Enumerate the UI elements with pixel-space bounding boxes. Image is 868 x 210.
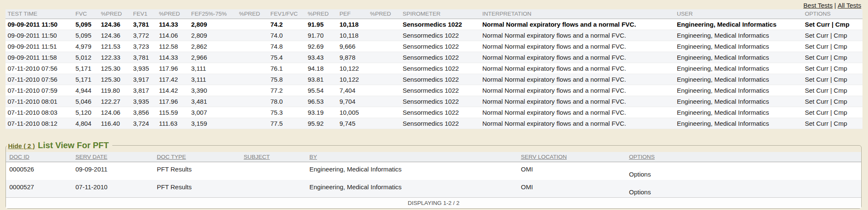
cell-interpretation: Normal Normal expiratory flows and a nor… bbox=[480, 85, 675, 96]
cmp-link[interactable]: Cmp bbox=[834, 120, 847, 127]
cmp-link[interactable]: Cmp bbox=[834, 65, 847, 72]
cell-spirometer: Sensormedics 1022 bbox=[401, 41, 480, 52]
set-curr-link[interactable]: Set Curr bbox=[805, 65, 829, 72]
cell-pred-fev1-fvc: 93.81 bbox=[306, 74, 337, 85]
cell-pred-pef bbox=[368, 52, 401, 63]
top-links-bar: Best Tests|All Tests bbox=[0, 0, 868, 8]
cell-fev1-fvc: 76.1 bbox=[268, 63, 306, 74]
pft-test-row: 07-11-2010 08:03 5,120 124.06 3,856 115.… bbox=[6, 107, 862, 118]
cell-test-time: 09-09-2011 11:51 bbox=[6, 41, 73, 52]
cell-options: Set Curr | Cmp bbox=[803, 30, 862, 41]
cell-interpretation: Normal Normal expiratory flows and a nor… bbox=[480, 52, 675, 63]
cell-user: Engineering, Medical Informatics bbox=[675, 85, 803, 96]
cell-user: Engineering, Medical Informatics bbox=[675, 74, 803, 85]
cell-pred-fev1: 112.58 bbox=[157, 41, 189, 52]
subject-sort-link[interactable]: SUBJECT bbox=[244, 154, 270, 160]
cell-fef25-75: 3,390 bbox=[189, 85, 237, 96]
all-tests-link[interactable]: All Tests bbox=[837, 2, 861, 9]
set-curr-link[interactable]: Set Curr bbox=[805, 87, 829, 94]
cell-fvc: 5,171 bbox=[73, 63, 99, 74]
cell-doc-id: 0000527 bbox=[6, 180, 72, 198]
cell-fev1-fvc: 74.0 bbox=[268, 30, 306, 41]
serv-location-sort-link[interactable]: SERV LOCATION bbox=[521, 154, 567, 160]
cmp-link[interactable]: Cmp bbox=[834, 109, 847, 116]
col-header-interpretation: INTERPRETATION bbox=[480, 9, 675, 19]
cell-pef: 9,745 bbox=[337, 118, 368, 129]
cell-fev1: 3,781 bbox=[131, 19, 157, 30]
doc-id-sort-link[interactable]: DOC ID bbox=[9, 154, 29, 160]
cell-pred-fev1: 117.96 bbox=[157, 63, 189, 74]
col-header-fef25-75: FEF25%-75% bbox=[189, 9, 237, 19]
cell-user: Engineering, Medical Informatics bbox=[675, 118, 803, 129]
set-curr-link[interactable]: Set Curr bbox=[805, 120, 829, 127]
cell-pred-fef bbox=[237, 107, 268, 118]
cell-fev1-fvc: 74.8 bbox=[268, 41, 306, 52]
set-curr-link[interactable]: Set Curr bbox=[805, 98, 829, 105]
cell-pef: 10,122 bbox=[337, 74, 368, 85]
set-curr-link[interactable]: Set Curr bbox=[805, 76, 829, 83]
cell-pred-pef bbox=[368, 96, 401, 107]
options-link[interactable]: Options bbox=[629, 171, 651, 178]
cell-by: Engineering, Medical Informatics bbox=[306, 162, 517, 180]
cell-fef25-75: 3,111 bbox=[189, 74, 237, 85]
cell-user: Engineering, Medical Informatics bbox=[675, 96, 803, 107]
hide-toggle-link[interactable]: Hide ( 2 ) bbox=[8, 142, 35, 149]
cell-pred-fvc: 121.53 bbox=[99, 41, 131, 52]
cell-pred-fev1: 115.59 bbox=[157, 107, 189, 118]
col-header-serv-location: SERV LOCATION bbox=[517, 152, 626, 162]
options-separator: | bbox=[830, 32, 832, 39]
document-list-table: DOC ID SERV DATE DOC TYPE SUBJECT BY SER… bbox=[6, 152, 861, 208]
col-header-test-time: TEST TIME bbox=[6, 9, 73, 19]
cell-pred-fef bbox=[237, 74, 268, 85]
cell-test-time: 09-09-2011 11:50 bbox=[6, 19, 73, 30]
by-sort-link[interactable]: BY bbox=[309, 154, 317, 160]
cmp-link[interactable]: Cmp bbox=[834, 43, 847, 50]
set-curr-link[interactable]: Set Curr bbox=[805, 32, 829, 39]
doc-type-sort-link[interactable]: DOC TYPE bbox=[157, 154, 186, 160]
cmp-link[interactable]: Cmp bbox=[834, 32, 847, 39]
best-tests-link[interactable]: Best Tests bbox=[804, 2, 833, 9]
set-curr-link[interactable]: Set Curr bbox=[805, 54, 829, 61]
options-separator: | bbox=[830, 65, 832, 72]
cell-interpretation: Normal Normal expiratory flows and a nor… bbox=[480, 74, 675, 85]
set-curr-link[interactable]: Set Curr bbox=[805, 21, 830, 28]
cell-serv-location: OMI bbox=[517, 180, 626, 198]
cell-pred-fev1-fvc: 94.18 bbox=[306, 63, 337, 74]
cell-test-time: 09-09-2011 11:50 bbox=[6, 30, 73, 41]
col-header-subject: SUBJECT bbox=[240, 152, 306, 162]
set-curr-link[interactable]: Set Curr bbox=[805, 43, 829, 50]
col-header-doc-options: OPTIONS bbox=[626, 152, 861, 162]
doc-options-sort-link[interactable]: OPTIONS bbox=[629, 154, 655, 160]
pft-test-row: 09-09-2011 11:58 5,012 122.33 3,781 114.… bbox=[6, 52, 862, 63]
options-separator: | bbox=[830, 87, 832, 94]
cell-pred-fef bbox=[237, 85, 268, 96]
cell-options: Set Curr | Cmp bbox=[803, 96, 862, 107]
cell-pred-pef bbox=[368, 107, 401, 118]
cell-test-time: 07-11-2010 07:56 bbox=[6, 74, 73, 85]
cell-pred-pef bbox=[368, 118, 401, 129]
col-header-options: OPTIONS bbox=[803, 9, 862, 19]
cmp-link[interactable]: Cmp bbox=[835, 21, 849, 28]
cell-subject bbox=[240, 180, 306, 198]
cmp-link[interactable]: Cmp bbox=[834, 54, 847, 61]
document-row: 0000527 07-11-2010 PFT Results Engineeri… bbox=[6, 180, 861, 198]
col-header-pred-fef: %PRED bbox=[237, 9, 268, 19]
cell-pred-fef bbox=[237, 52, 268, 63]
cell-doc-options: Options bbox=[626, 162, 861, 180]
cell-pred-fef bbox=[237, 41, 268, 52]
cell-options: Set Curr | Cmp bbox=[803, 74, 862, 85]
serv-date-sort-link[interactable]: SERV DATE bbox=[75, 154, 107, 160]
cell-pred-fef bbox=[237, 96, 268, 107]
cmp-link[interactable]: Cmp bbox=[834, 98, 847, 105]
options-separator: | bbox=[830, 120, 832, 127]
set-curr-link[interactable]: Set Curr bbox=[805, 109, 829, 116]
cmp-link[interactable]: Cmp bbox=[834, 87, 847, 94]
cell-pred-fef bbox=[237, 63, 268, 74]
options-link[interactable]: Options bbox=[629, 188, 651, 196]
cell-pef: 10,118 bbox=[337, 30, 368, 41]
cmp-link[interactable]: Cmp bbox=[834, 76, 847, 83]
list-view-title: List View For PFT bbox=[38, 141, 108, 150]
cell-spirometer: Sensormedics 1022 bbox=[401, 96, 480, 107]
cell-subject bbox=[240, 162, 306, 180]
pft-test-row: 07-11-2010 07:56 5,171 125.30 3,917 117.… bbox=[6, 74, 862, 85]
